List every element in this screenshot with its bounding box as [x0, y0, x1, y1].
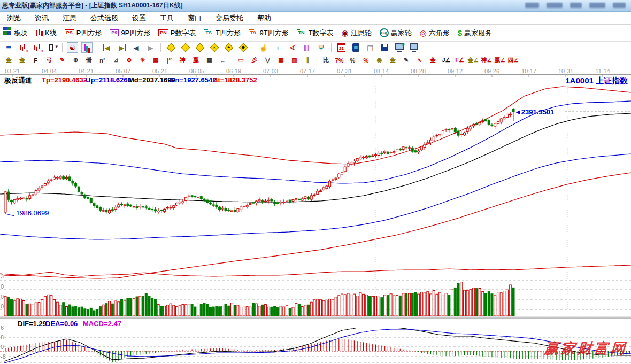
- toolbar1-item-1[interactable]: K线: [36, 28, 57, 38]
- menu-item-8[interactable]: 帮助: [250, 13, 278, 23]
- chart-area[interactable]: 极反通道 Tp=2190.4632Up=2118.6260Md=2037.169…: [0, 75, 631, 364]
- titlebar-status-item[interactable]: [613, 3, 626, 8]
- gann-tool-icon-38[interactable]: 赢∠: [493, 55, 506, 66]
- titlebar-status-item[interactable]: [547, 3, 563, 8]
- gann-tool-icon-23[interactable]: ∥: [301, 55, 314, 66]
- gann-tool-icon-18[interactable]: ▭: [234, 55, 248, 66]
- gann-tool-icon-7[interactable]: n²: [96, 55, 109, 66]
- gann-tool-icon-16[interactable]: ↔: [216, 55, 229, 66]
- titlebar-status-item[interactable]: [570, 3, 582, 8]
- wave-tool-icon[interactable]: Ψ: [316, 42, 327, 53]
- gann-tool-icon-2[interactable]: F: [29, 55, 42, 66]
- symbol-label: 1A0001 上证指数: [565, 76, 628, 86]
- window-title: 恩专业版[赢家内部服务平台] - [上证指数 SH1A0001-167日K线]: [0, 1, 182, 10]
- date-axis[interactable]: 03-2104-0404-2105-0705-2106-0506-1907-03…: [0, 67, 631, 75]
- color-chart-icon[interactable]: [81, 42, 93, 53]
- menu-item-5[interactable]: 工具: [153, 13, 181, 23]
- toolbar1-item-0[interactable]: 板块: [3, 28, 28, 38]
- toolbar1-item-8[interactable]: ◉江恩轮: [342, 28, 372, 38]
- diamond-compress-icon[interactable]: ×: [209, 42, 220, 53]
- date-tick-label: 09-26: [480, 68, 504, 74]
- gann-tool-icon-32[interactable]: ∿: [413, 55, 426, 66]
- notes-icon[interactable]: ▤: [365, 42, 376, 53]
- gann-tool-icon-14[interactable]: 赢: [189, 55, 203, 66]
- gann-tool-icon-21[interactable]: ▦: [274, 55, 288, 66]
- gann-tool-icon-26[interactable]: 7%: [333, 55, 346, 66]
- gann-tool-icon-11[interactable]: ▦: [149, 55, 163, 66]
- gann-tool-icon-27[interactable]: %: [346, 55, 359, 66]
- gann-tool-icon-0[interactable]: 金: [2, 55, 16, 66]
- menu-item-3[interactable]: 公式选股: [83, 13, 125, 23]
- hand-pan-icon[interactable]: ☝: [258, 42, 269, 53]
- gann-tool-icon-33[interactable]: 金: [426, 55, 440, 66]
- gann-tool-icon-28[interactable]: %: [359, 55, 373, 66]
- gann-tool-icon-3[interactable]: 弓: [42, 55, 56, 66]
- menu-item-6[interactable]: 窗口: [181, 13, 209, 23]
- toolbar1-label: 9T四方形: [259, 28, 288, 38]
- gann-tool-icon-37[interactable]: 神∠: [480, 55, 493, 66]
- toolbar1-item-3[interactable]: P99P四方形: [110, 28, 150, 38]
- gann-tool-icon-20[interactable]: ⋁: [261, 55, 274, 66]
- toolbar1-item-7[interactable]: TNT数字表: [297, 28, 334, 38]
- gann-tool-icon-30[interactable]: 金: [386, 55, 399, 66]
- computer-icon[interactable]: [408, 42, 419, 53]
- calendar-icon[interactable]: 21: [336, 42, 347, 53]
- doc-list-icon[interactable]: ≣: [3, 42, 14, 53]
- gann-tool-icon-1[interactable]: 金: [16, 55, 29, 66]
- titlebar-status-item[interactable]: [525, 3, 539, 8]
- last-page-icon[interactable]: ▶: [116, 42, 127, 53]
- angle-measure-icon[interactable]: ∢: [287, 42, 298, 53]
- menu-item-7[interactable]: 交易委托: [209, 13, 250, 23]
- net-computer-icon[interactable]: ◍: [394, 42, 405, 53]
- gann-tool-icon-25[interactable]: 比: [319, 55, 333, 66]
- mini-chart-3-icon[interactable]: 3: [18, 42, 29, 53]
- toolbar1-item-2[interactable]: PSP四方形: [65, 28, 102, 38]
- calculator-icon[interactable]: ▦: [350, 42, 361, 53]
- gann-tool-icon-15[interactable]: ▦: [203, 55, 216, 66]
- gann-tool-icon-12[interactable]: |″: [163, 55, 176, 66]
- save-icon[interactable]: [379, 42, 390, 53]
- gann-tool-icon-22[interactable]: ▥: [288, 55, 301, 66]
- gann-tool-icon-8[interactable]: ⊿: [109, 55, 122, 66]
- candle-style-icon[interactable]: ▾: [47, 42, 58, 53]
- gann-tool-icon-39[interactable]: 四∠: [506, 55, 520, 66]
- menu-item-1[interactable]: 资讯: [28, 13, 56, 23]
- titlebar-status-item[interactable]: [589, 3, 605, 8]
- toolbar1-item-5[interactable]: TST四方形: [204, 28, 240, 38]
- gann-tool-icon-5[interactable]: ⊕: [69, 55, 82, 66]
- gann-tool-icon-6[interactable]: 卌: [82, 55, 96, 66]
- gann-tool-icon-29[interactable]: ◉: [373, 55, 386, 66]
- crosshair-icon[interactable]: +: [272, 42, 283, 53]
- toolbar1-label: P四方形: [76, 28, 102, 38]
- toolbar1-item-4[interactable]: PNP数字表: [158, 28, 196, 38]
- box-tool-icon[interactable]: 冊: [301, 42, 312, 53]
- gann-tool-icon-9[interactable]: ⊕: [122, 55, 136, 66]
- gann-tool-icon-19[interactable]: 彡: [248, 55, 261, 66]
- toolbar1-item-10[interactable]: ◎六角形: [420, 28, 450, 38]
- prev-icon[interactable]: ◀: [130, 42, 142, 53]
- macd-axis-label: -8: [1, 354, 6, 360]
- first-page-icon[interactable]: ◀: [102, 42, 113, 53]
- gann-tool-icon-10[interactable]: ✳: [136, 55, 149, 66]
- mini-chart-9-icon[interactable]: 9: [32, 42, 43, 53]
- diamond-right-icon[interactable]: →: [180, 42, 191, 53]
- gann-tool-icon-35[interactable]: F∠: [453, 55, 466, 66]
- menu-item-0[interactable]: 浏览: [0, 13, 28, 23]
- next-icon[interactable]: ▶: [145, 42, 156, 53]
- toolbar1-item-9[interactable]: Big赢家轮: [380, 28, 412, 38]
- toolbar1-item-6[interactable]: T99T四方形: [249, 28, 289, 38]
- gann-tool-icon-36[interactable]: 金∠: [466, 55, 480, 66]
- diamond-hexpand-icon[interactable]: ↔: [194, 42, 205, 53]
- diamond-fit-icon[interactable]: ⊕: [237, 42, 249, 53]
- gann-tool-icon-34[interactable]: J∠: [440, 55, 453, 66]
- menu-item-4[interactable]: 设置: [125, 13, 153, 23]
- menu-item-2[interactable]: 江恩: [56, 13, 83, 23]
- gann-mascot-icon[interactable]: ☯: [67, 42, 78, 53]
- gann-tool-icon-13[interactable]: 神: [176, 55, 189, 66]
- diamond-left-icon[interactable]: ←: [165, 42, 176, 53]
- toolbar1-item-11[interactable]: $赢家服务: [458, 28, 492, 38]
- gann-tool-icon-4[interactable]: ✎: [56, 55, 69, 66]
- diamond-expand-icon[interactable]: +: [223, 42, 234, 53]
- gann-tool-icon-31[interactable]: ✎: [399, 55, 413, 66]
- toolbar-main: 板块K线PSP四方形P99P四方形PNP数字表TST四方形T99T四方形TNT数…: [0, 25, 631, 42]
